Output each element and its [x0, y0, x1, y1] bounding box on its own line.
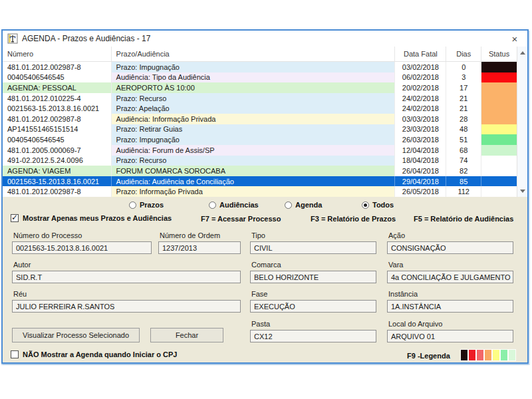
visualizar-processo-button[interactable]: Visualizar Processo Selecionado [12, 328, 140, 342]
field-fase[interactable]: EXECUÇÃO [250, 300, 376, 313]
radio-agenda[interactable]: Agenda [285, 201, 322, 209]
legend-swatch [461, 350, 467, 360]
cell-data-fatal: 26/05/2018 [395, 186, 446, 197]
label-pasta: Pasta [251, 320, 270, 328]
table-row[interactable]: AGENDA: PESSOAL AEROPORTO ÀS 10:00 20/02… [3, 82, 517, 93]
cell-prazo-audiencia: Audiência: Audiência de Conciliação [112, 176, 396, 187]
cell-dias: 0 [446, 62, 481, 72]
table-row[interactable]: AGENDA: VIAGEM FORUM COMARCA SOROCABA 26… [3, 166, 517, 176]
checkbox-checked-icon [11, 214, 19, 222]
scroll-down-button[interactable] [517, 186, 528, 196]
cell-data-fatal: 23/03/2018 [395, 124, 446, 135]
table-row[interactable]: 481.01.2005.000069-7 Audiência: Forum de… [3, 145, 517, 156]
cell-numero: 00405406546545 [3, 72, 112, 83]
cell-data-fatal: 20/02/2018 [395, 82, 446, 93]
close-button[interactable]: × [507, 31, 522, 46]
field-reu[interactable]: JULIO FERREIRA R.SANTOS [12, 300, 241, 313]
fechar-button[interactable]: Fechar [150, 328, 223, 342]
status-swatch [481, 82, 517, 93]
table-row[interactable]: 481.01.2012.002987-8 Prazo: Impugnação 0… [3, 62, 517, 72]
table-row[interactable]: 0021563-15.2013.8.16.0021 Prazo: Apelaçã… [3, 103, 517, 114]
table-row[interactable]: 00405406546545 Audiência: Tipo da Audiên… [3, 72, 517, 83]
status-swatch [481, 103, 517, 114]
column-header-status[interactable]: Status [481, 47, 517, 61]
cell-numero: 0021563-15.2013.8.16.0021 [3, 103, 112, 114]
field-local-arquivo[interactable]: ARQUIVO 01 [387, 330, 513, 342]
legend-swatch [501, 350, 507, 360]
status-swatch [481, 62, 517, 72]
cell-prazo-audiencia: Audiência: Forum de Assis/SP [112, 145, 396, 156]
window-title: AGENDA - Prazos e Audiências - 17 [22, 34, 150, 43]
column-header-data-fatal[interactable]: Data Fatal [395, 47, 446, 61]
cell-data-fatal: 03/03/2018 [395, 114, 446, 124]
cell-data-fatal: 18/04/2018 [395, 156, 446, 166]
cell-data-fatal: 29/04/2018 [395, 176, 446, 187]
cell-dias: 48 [446, 124, 481, 135]
legend-swatch [485, 350, 491, 360]
table-row[interactable]: 481.01.2012.002987-8 Audiência: Informaç… [3, 114, 517, 124]
radio-audiencias[interactable]: Audiências [209, 201, 259, 209]
column-header-numero[interactable]: Número [3, 47, 112, 61]
radio-todos[interactable]: Todos [362, 201, 394, 209]
field-instancia[interactable]: 1A.INSTÂNCIA [387, 300, 513, 313]
cell-data-fatal: 24/02/2018 [395, 103, 446, 114]
label-comarca: Comarca [251, 261, 281, 269]
column-header-prazo[interactable]: Prazo/Audiência [112, 47, 396, 61]
column-header-dias[interactable]: Dias [446, 47, 481, 61]
checkbox-mostrar-apenas[interactable]: Mostrar Apenas meus Prazos e Audiências [11, 214, 172, 222]
cell-dias: 28 [446, 114, 481, 124]
cell-numero: 491-02.2012.5.24.0096 [3, 156, 112, 166]
field-vara[interactable]: 4a CONCILIAÇÃO E JULGAMENTO [387, 271, 513, 283]
radio-selected-icon [362, 201, 369, 209]
status-swatch [481, 124, 517, 135]
cell-numero: 481.01.2012.002987-8 [3, 186, 112, 197]
status-swatch [481, 72, 517, 83]
field-tipo[interactable]: CIVIL [250, 241, 376, 254]
cell-numero: 00405406546545 [3, 134, 112, 145]
field-pasta[interactable]: CX12 [250, 330, 376, 342]
table-row[interactable]: AP141551465151514 Prazo: Retirar Guias 2… [3, 124, 517, 135]
shortcut-f5: F5 = Relatório de Audiências [414, 215, 513, 223]
checkbox-nao-mostrar-agenda[interactable]: NÃO Mostrar a Agenda quando Iniciar o CP… [11, 350, 177, 358]
checkbox-label: Mostrar Apenas meus Prazos e Audiências [23, 214, 172, 222]
cell-prazo-audiencia: Prazo: Recurso [112, 93, 396, 104]
table-row[interactable]: 491-02.2012.5.24.0096 Prazo: Recurso 18/… [3, 156, 517, 166]
field-autor[interactable]: SID.R.T [12, 271, 241, 283]
status-swatch [481, 176, 517, 187]
cell-data-fatal: 24/02/2018 [395, 93, 446, 104]
table-row[interactable]: 481.01.2012.002987-8 Prazo: Informação P… [3, 186, 517, 197]
checkbox-label: NÃO Mostrar a Agenda quando Iniciar o CP… [23, 350, 177, 358]
cell-dias: 51 [446, 134, 481, 145]
cell-dias: 21 [446, 103, 481, 114]
scroll-up-button[interactable] [517, 47, 528, 58]
label-fase: Fase [251, 290, 267, 298]
table-row[interactable]: 481.01.2012.010225-4 Prazo: Recurso 24/0… [3, 93, 517, 104]
cell-numero: AP141551465151514 [3, 124, 112, 135]
table-row-selected[interactable]: 0021563-15.2013.8.16.0021 Audiência: Aud… [3, 176, 517, 187]
cell-dias: 3 [446, 72, 481, 83]
table-row[interactable]: 00405406546545 Prazo: Impugnação 26/03/2… [3, 134, 517, 145]
radio-prazos[interactable]: Prazos [129, 201, 164, 209]
agenda-table: Número Prazo/Audiência Data Fatal Dias S… [3, 47, 527, 197]
cell-dias: 82 [446, 166, 481, 176]
field-comarca[interactable]: BELO HORIZONTE [250, 271, 376, 283]
cell-prazo-audiencia: Prazo: Impugnação [112, 134, 396, 145]
legenda-label: F9 -Legenda [407, 352, 450, 360]
label-autor: Autor [13, 261, 31, 269]
label-local-arquivo: Local do Arquivo [388, 320, 442, 328]
legend-swatch [493, 350, 499, 360]
cell-prazo-audiencia: Prazo: Retirar Guias [112, 124, 396, 135]
status-swatch [481, 186, 517, 197]
cell-prazo-audiencia: Prazo: Recurso [112, 156, 396, 166]
cell-dias: 112 [446, 186, 481, 197]
radio-label: Agenda [295, 201, 322, 209]
field-acao[interactable]: CONSIGNAÇÃO [387, 241, 513, 254]
cell-prazo-audiencia: Audiência: Tipo da Audiência [112, 72, 396, 83]
field-numero-processo[interactable]: 0021563-15.2013.8.16.0021 [12, 241, 152, 254]
cell-dias: 74 [446, 156, 481, 166]
cell-prazo-audiencia: Prazo: Impugnação [112, 62, 396, 72]
vertical-scrollbar[interactable] [517, 47, 527, 197]
field-numero-ordem[interactable]: 1237/2013 [158, 241, 241, 254]
title-bar: AGENDA - Prazos e Audiências - 17 × [3, 31, 527, 47]
details-panel: Prazos Audiências Agenda Todos Mostrar A… [3, 197, 527, 362]
